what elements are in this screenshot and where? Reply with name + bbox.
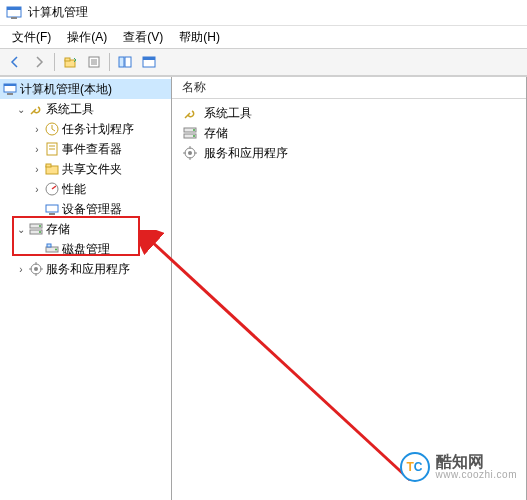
tree-disk-management[interactable]: 磁盘管理	[0, 239, 171, 259]
help-button[interactable]	[138, 51, 160, 73]
tree-storage[interactable]: ⌄ 存储	[0, 219, 171, 239]
svg-point-36	[193, 129, 195, 131]
list-item-label: 存储	[204, 125, 228, 142]
services-icon	[28, 261, 44, 277]
menu-view[interactable]: 查看(V)	[115, 27, 171, 48]
expander-icon[interactable]: ›	[14, 262, 28, 276]
menu-help[interactable]: 帮助(H)	[171, 27, 228, 48]
up-button[interactable]	[59, 51, 81, 73]
expander-icon[interactable]: ›	[30, 142, 44, 156]
event-icon	[44, 141, 60, 157]
svg-rect-15	[7, 93, 13, 95]
list-item-services-apps[interactable]: 服务和应用程序	[178, 143, 520, 163]
tree-label: 事件查看器	[62, 141, 122, 158]
list-item-label: 服务和应用程序	[204, 145, 288, 162]
tree-label: 任务计划程序	[62, 121, 134, 138]
titlebar: 计算机管理	[0, 0, 527, 26]
storage-icon	[182, 125, 198, 141]
window-title: 计算机管理	[28, 4, 88, 21]
tree-pane[interactable]: 计算机管理(本地) ⌄ 系统工具 › 任务计划程序 › 事件查看器 ›	[0, 77, 172, 500]
tree-label: 共享文件夹	[62, 161, 122, 178]
svg-rect-14	[4, 84, 16, 86]
tree-event-viewer[interactable]: › 事件查看器	[0, 139, 171, 159]
folder-icon	[44, 161, 60, 177]
tree-label: 设备管理器	[62, 201, 122, 218]
services-icon	[182, 145, 198, 161]
show-hide-tree-button[interactable]	[114, 51, 136, 73]
tree-label: 磁盘管理	[62, 241, 110, 258]
tree-device-manager[interactable]: 设备管理器	[0, 199, 171, 219]
tree-label: 服务和应用程序	[46, 261, 130, 278]
toolbar-separator	[54, 53, 55, 71]
list-item-storage[interactable]: 存储	[178, 123, 520, 143]
tree-performance[interactable]: › 性能	[0, 179, 171, 199]
svg-rect-23	[46, 205, 58, 212]
svg-point-33	[34, 267, 38, 271]
list-pane: 名称 系统工具 存储 服务和应用程序	[172, 77, 527, 500]
list-header-name[interactable]: 名称	[172, 77, 526, 99]
svg-rect-21	[46, 164, 51, 167]
back-button[interactable]	[4, 51, 26, 73]
tree-system-tools[interactable]: ⌄ 系统工具	[0, 99, 171, 119]
svg-point-37	[193, 135, 195, 137]
watermark: TC 酷知网 www.coozhi.com	[400, 452, 517, 482]
expander-icon[interactable]: ›	[30, 122, 44, 136]
tree-root[interactable]: 计算机管理(本地)	[0, 79, 171, 99]
expander-spacer	[30, 202, 44, 216]
forward-button[interactable]	[28, 51, 50, 73]
expander-icon[interactable]: ›	[30, 182, 44, 196]
tree-label: 性能	[62, 181, 86, 198]
svg-point-30	[55, 249, 57, 251]
svg-rect-4	[65, 58, 70, 61]
tools-icon	[28, 101, 44, 117]
app-icon	[6, 5, 22, 21]
list-item-label: 系统工具	[204, 105, 252, 122]
expander-spacer	[30, 242, 44, 256]
clock-icon	[44, 121, 60, 137]
tree-services-apps[interactable]: › 服务和应用程序	[0, 259, 171, 279]
tree-task-scheduler[interactable]: › 任务计划程序	[0, 119, 171, 139]
svg-point-28	[39, 231, 41, 233]
tree-shared-folders[interactable]: › 共享文件夹	[0, 159, 171, 179]
tools-icon	[182, 105, 198, 121]
device-icon	[44, 201, 60, 217]
properties-button[interactable]	[83, 51, 105, 73]
svg-rect-12	[143, 57, 155, 60]
menubar: 文件(F) 操作(A) 查看(V) 帮助(H)	[0, 26, 527, 48]
computer-icon	[2, 81, 18, 97]
expander-icon[interactable]: ›	[30, 162, 44, 176]
disk-icon	[44, 241, 60, 257]
tree-label: 计算机管理(本地)	[20, 81, 112, 98]
menu-file[interactable]: 文件(F)	[4, 27, 59, 48]
toolbar-separator	[109, 53, 110, 71]
menu-action[interactable]: 操作(A)	[59, 27, 115, 48]
expander-icon[interactable]: ⌄	[14, 102, 28, 116]
svg-rect-24	[49, 213, 55, 215]
list-item-system-tools[interactable]: 系统工具	[178, 103, 520, 123]
watermark-name: 酷知网	[436, 454, 517, 470]
svg-rect-10	[125, 57, 131, 67]
list-body[interactable]: 系统工具 存储 服务和应用程序	[172, 99, 526, 500]
svg-rect-2	[11, 17, 17, 19]
svg-rect-1	[7, 7, 21, 10]
watermark-logo: TC	[400, 452, 430, 482]
storage-icon	[28, 221, 44, 237]
tree-label: 存储	[46, 221, 70, 238]
tree-label: 系统工具	[46, 101, 94, 118]
main-area: 计算机管理(本地) ⌄ 系统工具 › 任务计划程序 › 事件查看器 ›	[0, 76, 527, 500]
expander-icon[interactable]: ⌄	[14, 222, 28, 236]
toolbar	[0, 48, 527, 76]
column-header-label: 名称	[182, 79, 206, 96]
svg-rect-31	[47, 244, 51, 247]
svg-point-39	[188, 151, 192, 155]
svg-rect-9	[119, 57, 124, 67]
svg-point-27	[39, 225, 41, 227]
watermark-url: www.coozhi.com	[436, 470, 517, 480]
performance-icon	[44, 181, 60, 197]
